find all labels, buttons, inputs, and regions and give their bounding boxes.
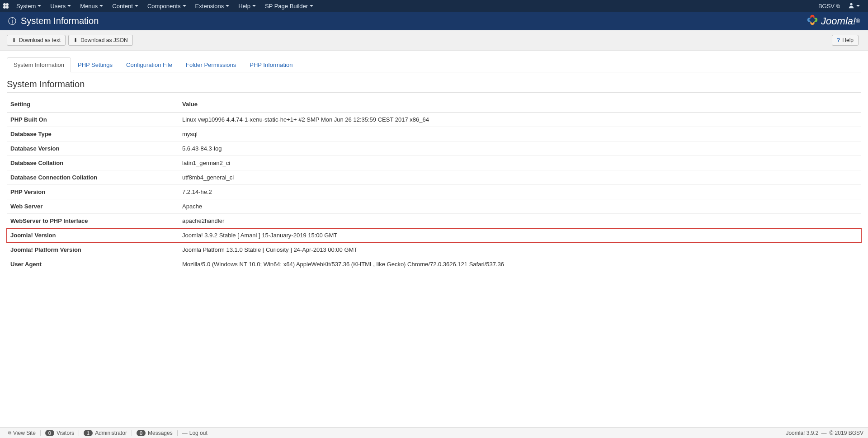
topmenu-label: Components <box>147 3 181 9</box>
help-button[interactable]: ? Help <box>832 35 859 46</box>
svg-point-2 <box>3 6 6 9</box>
chevron-down-icon <box>135 5 138 7</box>
setting-key: Database Version <box>7 141 179 156</box>
topmenu-label: Help <box>238 3 250 9</box>
topmenu-label: Menus <box>80 3 98 9</box>
topnav-right: BGSV ⧉ <box>814 0 868 12</box>
topmenu-item[interactable]: Content <box>108 0 143 12</box>
table-row: Web ServerApache <box>7 199 861 214</box>
tab[interactable]: System Information <box>7 57 71 72</box>
svg-point-0 <box>3 3 6 6</box>
site-name: BGSV <box>818 3 835 9</box>
topmenu-item[interactable]: System <box>12 0 46 12</box>
user-icon <box>848 2 854 10</box>
table-row: User AgentMozilla/5.0 (Windows NT 10.0; … <box>7 257 861 272</box>
toolbar: ⬇ Download as text ⬇ Download as JSON ? … <box>0 30 868 51</box>
setting-value: Apache <box>179 199 861 214</box>
download-icon: ⬇ <box>12 37 16 43</box>
chevron-down-icon <box>99 5 103 7</box>
setting-value: Linux vwp10996 4.4.74-1-xenu-static-he+1… <box>179 113 861 127</box>
topmenu-item[interactable]: SP Page Builder <box>260 0 318 12</box>
download-icon: ⬇ <box>73 37 78 43</box>
user-menu[interactable] <box>844 0 863 12</box>
chevron-down-icon <box>226 5 229 7</box>
svg-point-3 <box>6 6 9 9</box>
table-row: Database Connection Collationutf8mb4_gen… <box>7 170 861 185</box>
section-heading: System Information <box>7 79 861 93</box>
col-value: Value <box>179 96 861 113</box>
setting-key: Database Type <box>7 127 179 141</box>
topmenu-label: Content <box>112 3 133 9</box>
joomla-logo: Joomla! ® <box>806 13 860 29</box>
joomla-icon[interactable] <box>0 0 12 12</box>
help-label: Help <box>842 37 854 43</box>
setting-value: 5.6.43-84.3-log <box>179 141 861 156</box>
brand-text: Joomla! <box>821 15 856 27</box>
tab[interactable]: Configuration File <box>119 57 179 72</box>
setting-value: Mozilla/5.0 (Windows NT 10.0; Win64; x64… <box>179 257 861 272</box>
topmenu-item[interactable]: Users <box>46 0 75 12</box>
setting-key: PHP Built On <box>7 113 179 127</box>
table-row: PHP Built OnLinux vwp10996 4.4.74-1-xenu… <box>7 113 861 127</box>
download-json-button[interactable]: ⬇ Download as JSON <box>68 35 133 46</box>
setting-value: apache2handler <box>179 214 861 228</box>
tab[interactable]: PHP Settings <box>71 57 119 72</box>
setting-key: Joomla! Version <box>7 228 179 243</box>
topmenu-label: System <box>16 3 36 9</box>
download-text-button[interactable]: ⬇ Download as text <box>7 35 66 46</box>
topmenu-item[interactable]: Help <box>234 0 260 12</box>
setting-key: PHP Version <box>7 185 179 199</box>
download-text-label: Download as text <box>19 37 61 43</box>
table-row: Database Typemysql <box>7 127 861 141</box>
setting-key: Web Server <box>7 199 179 214</box>
tabs: System InformationPHP SettingsConfigurat… <box>7 57 861 72</box>
joomla-logo-icon <box>806 13 819 29</box>
setting-key: WebServer to PHP Interface <box>7 214 179 228</box>
topmenu-label: Users <box>50 3 66 9</box>
tab[interactable]: PHP Information <box>243 57 299 72</box>
setting-key: Database Collation <box>7 156 179 170</box>
topnav-left: SystemUsersMenusContentComponentsExtensi… <box>0 0 318 12</box>
table-header-row: Setting Value <box>7 96 861 113</box>
chevron-down-icon <box>67 5 71 7</box>
table-row: Database Version5.6.43-84.3-log <box>7 141 861 156</box>
question-icon: ? <box>837 37 840 43</box>
table-row: Joomla! VersionJoomla! 3.9.2 Stable [ Am… <box>7 228 861 243</box>
topmenu-item[interactable]: Extensions <box>191 0 234 12</box>
table-row: Database Collationlatin1_german2_ci <box>7 156 861 170</box>
setting-value: latin1_german2_ci <box>179 156 861 170</box>
topmenu-item[interactable]: Menus <box>75 0 108 12</box>
setting-value: utf8mb4_general_ci <box>179 170 861 185</box>
system-info-table: Setting Value PHP Built OnLinux vwp10996… <box>7 96 861 271</box>
table-row: PHP Version7.2.14-he.2 <box>7 185 861 199</box>
setting-value: Joomla Platform 13.1.0 Stable [ Curiosit… <box>179 243 861 257</box>
chevron-down-icon <box>38 5 41 7</box>
external-link-icon: ⧉ <box>836 3 840 9</box>
svg-point-1 <box>6 3 9 6</box>
col-setting: Setting <box>7 96 179 113</box>
topmenu-label: SP Page Builder <box>265 3 308 9</box>
topmenu-label: Extensions <box>195 3 224 9</box>
page-header: ⓘ System Information Joomla! ® <box>0 12 868 30</box>
site-link[interactable]: BGSV ⧉ <box>814 0 844 12</box>
info-icon: ⓘ <box>8 16 16 27</box>
topmenu-item[interactable]: Components <box>143 0 191 12</box>
setting-key: Joomla! Platform Version <box>7 243 179 257</box>
tab[interactable]: Folder Permissions <box>179 57 243 72</box>
download-json-label: Download as JSON <box>80 37 128 43</box>
svg-point-4 <box>850 3 852 5</box>
table-row: WebServer to PHP Interfaceapache2handler <box>7 214 861 228</box>
setting-value: Joomla! 3.9.2 Stable [ Amani ] 15-Januar… <box>179 228 861 243</box>
top-navbar: SystemUsersMenusContentComponentsExtensi… <box>0 0 868 12</box>
setting-value: 7.2.14-he.2 <box>179 185 861 199</box>
setting-value: mysql <box>179 127 861 141</box>
page-title: System Information <box>21 16 99 26</box>
chevron-down-icon <box>252 5 256 7</box>
chevron-down-icon <box>310 5 313 7</box>
topmenu-items: SystemUsersMenusContentComponentsExtensi… <box>12 0 318 12</box>
chevron-down-icon <box>856 5 860 7</box>
chevron-down-icon <box>183 5 186 7</box>
setting-key: Database Connection Collation <box>7 170 179 185</box>
table-row: Joomla! Platform VersionJoomla Platform … <box>7 243 861 257</box>
setting-key: User Agent <box>7 257 179 272</box>
